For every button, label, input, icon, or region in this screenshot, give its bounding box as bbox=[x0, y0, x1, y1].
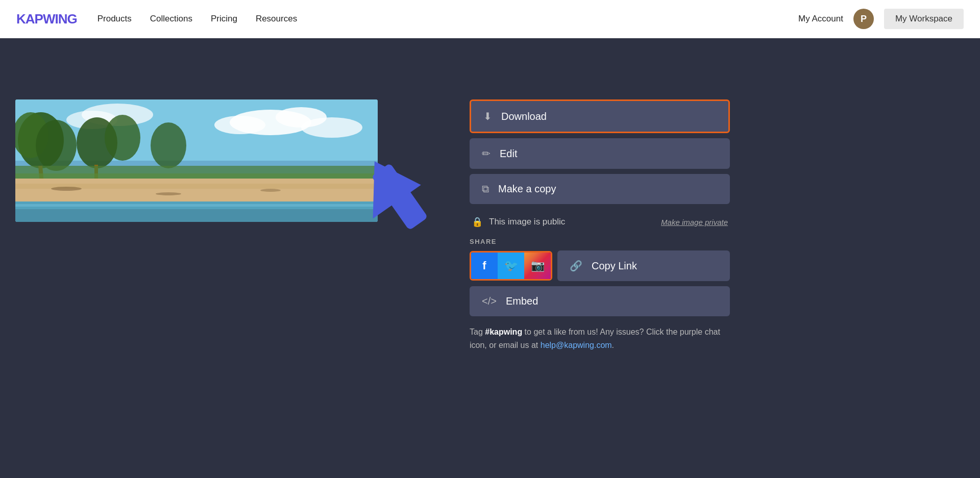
svg-point-5 bbox=[301, 117, 362, 138]
right-panel: ⬇ Download ✏ Edit ⧉ Make a copy 🔒 This i… bbox=[470, 99, 730, 351]
nav-collections[interactable]: Collections bbox=[150, 14, 192, 24]
avatar[interactable]: P bbox=[853, 9, 874, 29]
embed-button[interactable]: </> Embed bbox=[470, 286, 730, 316]
public-row: 🔒 This image is public Make image privat… bbox=[470, 209, 730, 235]
my-workspace-button[interactable]: My Workspace bbox=[884, 9, 964, 29]
copy-link-button[interactable]: 🔗 Copy Link bbox=[557, 250, 730, 281]
download-button[interactable]: ⬇ Download bbox=[470, 99, 730, 133]
public-label: This image is public bbox=[489, 217, 565, 227]
instagram-icon: 📷 bbox=[531, 259, 545, 272]
logo[interactable]: KAPWING bbox=[16, 11, 77, 27]
svg-point-12 bbox=[105, 115, 140, 161]
embed-label: Embed bbox=[506, 295, 538, 307]
edit-icon: ✏ bbox=[482, 147, 491, 160]
svg-point-21 bbox=[156, 192, 181, 195]
social-icons: f 🐦 📷 bbox=[470, 251, 552, 281]
svg-rect-25 bbox=[15, 204, 378, 207]
main-content: ⬇ Download ✏ Edit ⧉ Make a copy 🔒 This i… bbox=[0, 38, 980, 478]
copy-icon: ⧉ bbox=[482, 183, 489, 195]
make-copy-label: Make a copy bbox=[498, 183, 556, 195]
svg-point-13 bbox=[151, 122, 186, 168]
nav-resources[interactable]: Resources bbox=[256, 14, 297, 24]
svg-point-22 bbox=[260, 189, 281, 192]
tag-text-end: . bbox=[612, 341, 614, 349]
edit-label: Edit bbox=[500, 148, 517, 160]
tag-hashtag: #kapwing bbox=[485, 328, 522, 336]
facebook-icon: f bbox=[482, 259, 486, 272]
nav-products[interactable]: Products bbox=[97, 14, 132, 24]
nav-links: Products Collections Pricing Resources bbox=[97, 14, 798, 24]
instagram-button[interactable]: 📷 bbox=[524, 253, 551, 279]
svg-rect-26 bbox=[371, 163, 428, 230]
link-icon: 🔗 bbox=[570, 260, 582, 272]
svg-point-4 bbox=[214, 116, 265, 134]
twitter-icon: 🐦 bbox=[504, 259, 518, 272]
twitter-button[interactable]: 🐦 bbox=[498, 253, 524, 279]
svg-point-20 bbox=[51, 187, 82, 191]
edit-button[interactable]: ✏ Edit bbox=[470, 138, 730, 169]
navbar: KAPWING Products Collections Pricing Res… bbox=[0, 0, 980, 38]
beach-image bbox=[15, 99, 378, 222]
copy-link-label: Copy Link bbox=[592, 260, 637, 272]
navbar-right: My Account P My Workspace bbox=[798, 9, 964, 29]
embed-icon: </> bbox=[482, 295, 497, 307]
make-private-link[interactable]: Make image private bbox=[661, 218, 728, 227]
svg-point-10 bbox=[36, 120, 77, 171]
nav-pricing[interactable]: Pricing bbox=[211, 14, 237, 24]
image-container bbox=[15, 99, 378, 222]
lock-icon: 🔒 bbox=[472, 216, 483, 228]
tag-text-pre: Tag bbox=[470, 328, 485, 336]
download-label: Download bbox=[501, 111, 547, 122]
share-row: f 🐦 📷 🔗 Copy Link bbox=[470, 250, 730, 281]
share-label: SHARE bbox=[470, 238, 730, 245]
my-account-link[interactable]: My Account bbox=[798, 14, 843, 24]
download-icon: ⬇ bbox=[483, 110, 492, 122]
tag-text: Tag #kapwing to get a like from us! Any … bbox=[470, 325, 730, 351]
tag-email-link[interactable]: help@kapwing.com bbox=[541, 341, 612, 349]
make-copy-button[interactable]: ⧉ Make a copy bbox=[470, 174, 730, 204]
facebook-button[interactable]: f bbox=[471, 253, 498, 279]
